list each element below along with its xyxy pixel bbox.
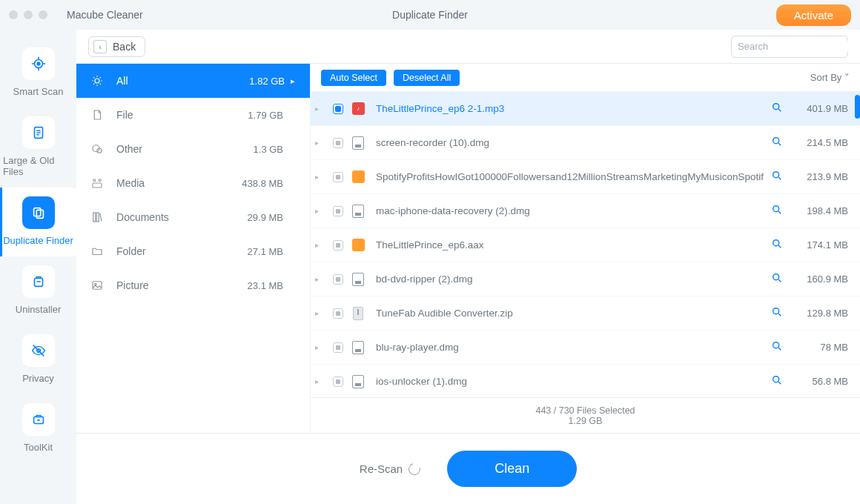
clean-button[interactable]: Clean (447, 451, 577, 487)
file-checkbox[interactable] (333, 104, 343, 114)
auto-select-button[interactable]: Auto Select (321, 70, 386, 86)
file-row[interactable]: ▸ mac-iphone-data-recovery (2).dmg 198.4… (311, 194, 860, 228)
sidebar-item-uninstaller[interactable]: Uninstaller (0, 256, 76, 325)
expand-caret-icon[interactable]: ▸ (315, 241, 325, 249)
category-icon (87, 176, 108, 190)
expand-caret-icon[interactable]: ▸ (315, 343, 325, 351)
expand-caret-icon[interactable]: ▸ (315, 377, 325, 385)
file-size: 401.9 MB (787, 103, 848, 114)
status-files-selected: 443 / 730 Files Selected (535, 405, 635, 416)
preview-icon[interactable] (771, 306, 787, 320)
category-name: All (116, 75, 128, 87)
svg-point-25 (773, 308, 779, 314)
sidebar-item-duplicate-finder[interactable]: Duplicate Finder (0, 188, 76, 256)
file-size: 213.9 MB (787, 171, 848, 182)
disk-image-icon (352, 205, 364, 218)
file-checkbox[interactable] (333, 240, 343, 251)
file-row[interactable]: ▸ screen-recorder (10).dmg 214.5 MB (311, 126, 860, 160)
file-size: 129.8 MB (787, 308, 848, 319)
window-controls[interactable] (9, 10, 47, 19)
toolkit-icon (22, 403, 55, 436)
refresh-icon (406, 461, 423, 477)
category-name: Documents (116, 211, 169, 223)
sidebar-item-privacy[interactable]: Privacy (0, 325, 76, 394)
rescan-button[interactable]: Re-Scan (360, 462, 420, 475)
deselect-all-button[interactable]: Deselect All (394, 70, 460, 86)
scrollbar-thumb[interactable] (855, 95, 860, 119)
category-row[interactable]: Documents 29.9 MB (76, 200, 310, 234)
category-icon (87, 108, 108, 122)
file-row[interactable]: ▸ ♪ TheLittlePrince_ep6 2-1.mp3 401.9 MB (311, 92, 860, 126)
file-checkbox[interactable] (333, 377, 343, 387)
activate-button[interactable]: Activate (776, 4, 851, 26)
file-large-icon (22, 116, 55, 149)
svg-point-20 (773, 138, 779, 144)
archive-icon (353, 307, 363, 320)
sidebar-item-large-old[interactable]: Large & Old Files (0, 107, 76, 188)
file-checkbox[interactable] (333, 138, 343, 148)
preview-icon[interactable] (771, 238, 787, 252)
category-row[interactable]: File 1.79 GB (76, 98, 310, 132)
svg-point-22 (773, 206, 779, 212)
file-checkbox[interactable] (333, 206, 343, 216)
file-row[interactable]: ▸ SpotifyProfitsHowIGot100000Followersan… (311, 160, 860, 194)
file-checkbox[interactable] (333, 342, 343, 353)
sort-by-label: Sort By (810, 72, 842, 83)
category-icon (87, 279, 108, 292)
file-row[interactable]: ▸ ios-unlocker (1).dmg 56.8 MB (311, 365, 860, 397)
category-size: 1.79 GB (248, 110, 283, 121)
preview-icon[interactable] (771, 170, 787, 184)
file-list-header: Auto Select Deselect All Sort By ˅ (311, 64, 860, 92)
preview-icon[interactable] (771, 102, 787, 116)
category-name: Picture (116, 279, 149, 291)
file-checkbox[interactable] (333, 172, 343, 182)
sidebar-item-toolkit[interactable]: ToolKit (0, 394, 76, 463)
audiobook-icon (352, 170, 365, 183)
search-box[interactable] (731, 36, 848, 58)
file-row[interactable]: ▸ TheLittlePrince_ep6.aax 174.1 MB (311, 228, 860, 262)
expand-caret-icon[interactable]: ▸ (315, 173, 325, 181)
sidebar-item-smart-scan[interactable]: Smart Scan (0, 39, 76, 107)
category-row[interactable]: Folder 27.1 MB (76, 234, 310, 268)
sidebar-item-label: ToolKit (24, 442, 53, 453)
preview-icon[interactable] (771, 374, 787, 388)
audiobook-icon (352, 239, 365, 251)
category-icon (87, 142, 108, 156)
preview-icon[interactable] (771, 204, 787, 218)
file-row[interactable]: ▸ TuneFab Audible Converter.zip 129.8 MB (311, 296, 860, 331)
file-list[interactable]: ▸ ♪ TheLittlePrince_ep6 2-1.mp3 401.9 MB… (311, 92, 860, 397)
svg-rect-4 (36, 210, 43, 218)
sort-by-dropdown[interactable]: Sort By ˅ (810, 72, 850, 83)
category-row[interactable]: Other 1.3 GB (76, 132, 310, 166)
expand-caret-icon[interactable]: ▸ (315, 105, 325, 113)
category-name: File (116, 109, 133, 121)
svg-point-12 (93, 179, 96, 182)
expand-caret-icon[interactable]: ▸ (315, 309, 325, 317)
file-checkbox[interactable] (333, 308, 343, 319)
file-name: blu-ray-player.dmg (376, 342, 764, 353)
minimize-icon[interactable] (24, 10, 33, 19)
category-row[interactable]: All 1.82 GB (76, 64, 310, 98)
expand-caret-icon[interactable]: ▸ (315, 139, 325, 147)
duplicate-icon (22, 196, 55, 229)
expand-caret-icon[interactable]: ▸ (315, 207, 325, 215)
preview-icon[interactable] (771, 340, 787, 354)
expand-caret-icon[interactable]: ▸ (315, 275, 325, 283)
preview-icon[interactable] (771, 272, 787, 286)
file-checkbox[interactable] (333, 274, 343, 285)
file-row[interactable]: ▸ blu-ray-player.dmg 78 MB (311, 331, 860, 365)
svg-rect-5 (34, 278, 42, 286)
file-column: Auto Select Deselect All Sort By ˅ ▸ ♪ T… (311, 64, 860, 433)
category-row[interactable]: Media 438.8 MB (76, 166, 310, 200)
svg-rect-17 (93, 282, 102, 290)
back-button[interactable]: ‹ Back (88, 36, 145, 57)
zoom-icon[interactable] (39, 10, 47, 19)
search-input[interactable] (738, 41, 860, 52)
file-row[interactable]: ▸ bd-dvd-ripper (2).dmg 160.9 MB (311, 262, 860, 296)
category-icon (87, 245, 108, 258)
preview-icon[interactable] (771, 136, 787, 150)
file-size: 56.8 MB (787, 376, 848, 387)
close-icon[interactable] (9, 10, 18, 19)
svg-rect-15 (93, 213, 96, 222)
category-row[interactable]: Picture 23.1 MB (76, 268, 310, 302)
